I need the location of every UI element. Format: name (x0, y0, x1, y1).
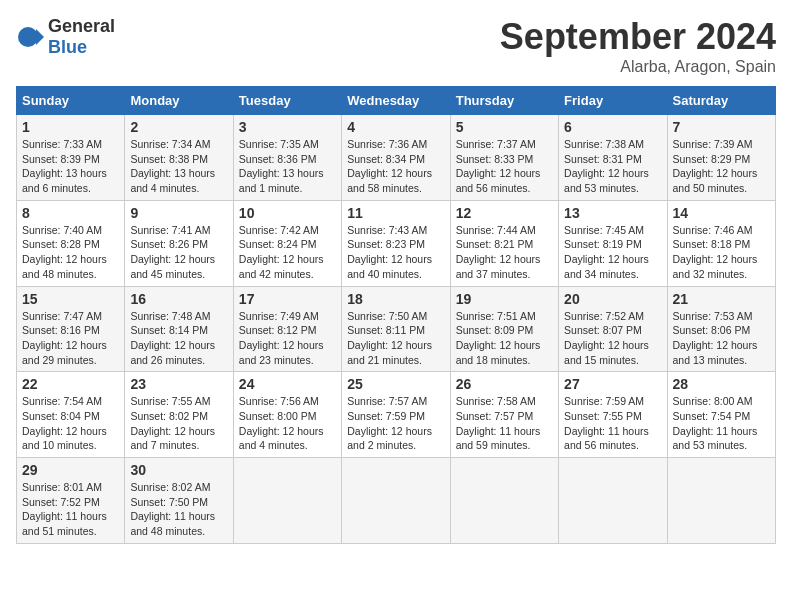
day-number: 11 (347, 205, 444, 221)
day-number: 24 (239, 376, 336, 392)
day-info: Sunrise: 7:45 AM Sunset: 8:19 PM Dayligh… (564, 223, 661, 282)
day-number: 20 (564, 291, 661, 307)
day-info: Sunrise: 7:48 AM Sunset: 8:14 PM Dayligh… (130, 309, 227, 368)
calendar-cell: 22Sunrise: 7:54 AM Sunset: 8:04 PM Dayli… (17, 372, 125, 458)
calendar-cell (667, 458, 775, 544)
day-info: Sunrise: 7:36 AM Sunset: 8:34 PM Dayligh… (347, 137, 444, 196)
day-info: Sunrise: 8:02 AM Sunset: 7:50 PM Dayligh… (130, 480, 227, 539)
day-number: 17 (239, 291, 336, 307)
day-number: 27 (564, 376, 661, 392)
calendar-cell: 3Sunrise: 7:35 AM Sunset: 8:36 PM Daylig… (233, 115, 341, 201)
calendar-week-row: 1Sunrise: 7:33 AM Sunset: 8:39 PM Daylig… (17, 115, 776, 201)
calendar-cell: 21Sunrise: 7:53 AM Sunset: 8:06 PM Dayli… (667, 286, 775, 372)
weekday-header-row: SundayMondayTuesdayWednesdayThursdayFrid… (17, 87, 776, 115)
calendar-cell: 13Sunrise: 7:45 AM Sunset: 8:19 PM Dayli… (559, 200, 667, 286)
day-info: Sunrise: 7:57 AM Sunset: 7:59 PM Dayligh… (347, 394, 444, 453)
calendar-cell (233, 458, 341, 544)
calendar-cell: 6Sunrise: 7:38 AM Sunset: 8:31 PM Daylig… (559, 115, 667, 201)
day-info: Sunrise: 7:50 AM Sunset: 8:11 PM Dayligh… (347, 309, 444, 368)
day-info: Sunrise: 7:34 AM Sunset: 8:38 PM Dayligh… (130, 137, 227, 196)
day-number: 2 (130, 119, 227, 135)
weekday-header-monday: Monday (125, 87, 233, 115)
day-number: 19 (456, 291, 553, 307)
calendar-cell: 29Sunrise: 8:01 AM Sunset: 7:52 PM Dayli… (17, 458, 125, 544)
day-info: Sunrise: 7:33 AM Sunset: 8:39 PM Dayligh… (22, 137, 119, 196)
day-number: 23 (130, 376, 227, 392)
day-info: Sunrise: 7:41 AM Sunset: 8:26 PM Dayligh… (130, 223, 227, 282)
day-info: Sunrise: 7:43 AM Sunset: 8:23 PM Dayligh… (347, 223, 444, 282)
svg-point-0 (18, 27, 38, 47)
day-number: 13 (564, 205, 661, 221)
day-number: 10 (239, 205, 336, 221)
calendar-cell: 2Sunrise: 7:34 AM Sunset: 8:38 PM Daylig… (125, 115, 233, 201)
calendar-cell: 8Sunrise: 7:40 AM Sunset: 8:28 PM Daylig… (17, 200, 125, 286)
day-info: Sunrise: 7:52 AM Sunset: 8:07 PM Dayligh… (564, 309, 661, 368)
calendar-week-row: 8Sunrise: 7:40 AM Sunset: 8:28 PM Daylig… (17, 200, 776, 286)
day-number: 30 (130, 462, 227, 478)
day-number: 22 (22, 376, 119, 392)
page-header: General Blue September 2024 Alarba, Arag… (16, 16, 776, 76)
day-number: 6 (564, 119, 661, 135)
calendar-cell: 27Sunrise: 7:59 AM Sunset: 7:55 PM Dayli… (559, 372, 667, 458)
day-info: Sunrise: 8:00 AM Sunset: 7:54 PM Dayligh… (673, 394, 770, 453)
day-number: 4 (347, 119, 444, 135)
calendar-table: SundayMondayTuesdayWednesdayThursdayFrid… (16, 86, 776, 544)
day-info: Sunrise: 7:54 AM Sunset: 8:04 PM Dayligh… (22, 394, 119, 453)
day-info: Sunrise: 7:56 AM Sunset: 8:00 PM Dayligh… (239, 394, 336, 453)
day-number: 26 (456, 376, 553, 392)
calendar-cell: 9Sunrise: 7:41 AM Sunset: 8:26 PM Daylig… (125, 200, 233, 286)
logo-general: General (48, 16, 115, 36)
calendar-cell: 4Sunrise: 7:36 AM Sunset: 8:34 PM Daylig… (342, 115, 450, 201)
calendar-cell: 17Sunrise: 7:49 AM Sunset: 8:12 PM Dayli… (233, 286, 341, 372)
calendar-cell: 10Sunrise: 7:42 AM Sunset: 8:24 PM Dayli… (233, 200, 341, 286)
day-number: 29 (22, 462, 119, 478)
day-number: 9 (130, 205, 227, 221)
weekday-header-sunday: Sunday (17, 87, 125, 115)
calendar-cell: 20Sunrise: 7:52 AM Sunset: 8:07 PM Dayli… (559, 286, 667, 372)
calendar-cell (559, 458, 667, 544)
calendar-cell: 1Sunrise: 7:33 AM Sunset: 8:39 PM Daylig… (17, 115, 125, 201)
calendar-week-row: 15Sunrise: 7:47 AM Sunset: 8:16 PM Dayli… (17, 286, 776, 372)
day-number: 21 (673, 291, 770, 307)
logo-blue: Blue (48, 37, 87, 57)
day-number: 1 (22, 119, 119, 135)
day-info: Sunrise: 7:37 AM Sunset: 8:33 PM Dayligh… (456, 137, 553, 196)
day-info: Sunrise: 7:42 AM Sunset: 8:24 PM Dayligh… (239, 223, 336, 282)
day-info: Sunrise: 7:40 AM Sunset: 8:28 PM Dayligh… (22, 223, 119, 282)
day-number: 15 (22, 291, 119, 307)
calendar-cell: 26Sunrise: 7:58 AM Sunset: 7:57 PM Dayli… (450, 372, 558, 458)
calendar-cell: 23Sunrise: 7:55 AM Sunset: 8:02 PM Dayli… (125, 372, 233, 458)
weekday-header-friday: Friday (559, 87, 667, 115)
calendar-cell: 5Sunrise: 7:37 AM Sunset: 8:33 PM Daylig… (450, 115, 558, 201)
day-number: 3 (239, 119, 336, 135)
calendar-body: 1Sunrise: 7:33 AM Sunset: 8:39 PM Daylig… (17, 115, 776, 544)
calendar-cell: 19Sunrise: 7:51 AM Sunset: 8:09 PM Dayli… (450, 286, 558, 372)
day-info: Sunrise: 7:39 AM Sunset: 8:29 PM Dayligh… (673, 137, 770, 196)
day-info: Sunrise: 7:44 AM Sunset: 8:21 PM Dayligh… (456, 223, 553, 282)
calendar-cell: 15Sunrise: 7:47 AM Sunset: 8:16 PM Dayli… (17, 286, 125, 372)
day-info: Sunrise: 7:47 AM Sunset: 8:16 PM Dayligh… (22, 309, 119, 368)
calendar-cell (342, 458, 450, 544)
day-info: Sunrise: 7:35 AM Sunset: 8:36 PM Dayligh… (239, 137, 336, 196)
day-info: Sunrise: 8:01 AM Sunset: 7:52 PM Dayligh… (22, 480, 119, 539)
weekday-header-tuesday: Tuesday (233, 87, 341, 115)
calendar-cell: 14Sunrise: 7:46 AM Sunset: 8:18 PM Dayli… (667, 200, 775, 286)
calendar-cell: 12Sunrise: 7:44 AM Sunset: 8:21 PM Dayli… (450, 200, 558, 286)
calendar-cell: 18Sunrise: 7:50 AM Sunset: 8:11 PM Dayli… (342, 286, 450, 372)
calendar-cell: 30Sunrise: 8:02 AM Sunset: 7:50 PM Dayli… (125, 458, 233, 544)
weekday-header-saturday: Saturday (667, 87, 775, 115)
day-info: Sunrise: 7:53 AM Sunset: 8:06 PM Dayligh… (673, 309, 770, 368)
calendar-cell: 24Sunrise: 7:56 AM Sunset: 8:00 PM Dayli… (233, 372, 341, 458)
logo-icon (16, 23, 44, 51)
weekday-header-wednesday: Wednesday (342, 87, 450, 115)
day-info: Sunrise: 7:59 AM Sunset: 7:55 PM Dayligh… (564, 394, 661, 453)
calendar-cell: 25Sunrise: 7:57 AM Sunset: 7:59 PM Dayli… (342, 372, 450, 458)
weekday-header-thursday: Thursday (450, 87, 558, 115)
day-info: Sunrise: 7:51 AM Sunset: 8:09 PM Dayligh… (456, 309, 553, 368)
day-number: 18 (347, 291, 444, 307)
calendar-week-row: 22Sunrise: 7:54 AM Sunset: 8:04 PM Dayli… (17, 372, 776, 458)
day-number: 25 (347, 376, 444, 392)
calendar-week-row: 29Sunrise: 8:01 AM Sunset: 7:52 PM Dayli… (17, 458, 776, 544)
day-number: 28 (673, 376, 770, 392)
logo: General Blue (16, 16, 115, 58)
